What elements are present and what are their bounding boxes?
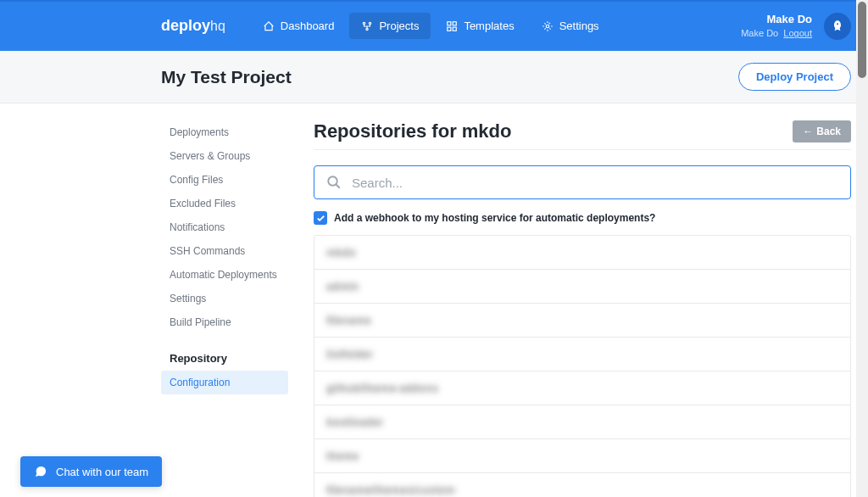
user-org: Make Do — [741, 28, 778, 38]
svg-point-0 — [364, 22, 365, 24]
svg-rect-4 — [453, 22, 457, 25]
svg-point-2 — [366, 28, 368, 30]
arrow-left-icon: ← — [803, 126, 813, 137]
templates-icon — [446, 20, 458, 32]
sidebar-item-configuration[interactable]: Configuration — [161, 371, 288, 394]
svg-rect-3 — [448, 22, 451, 25]
sidebar-item-ssh-commands[interactable]: SSH Commands — [161, 239, 288, 263]
check-icon — [316, 214, 326, 223]
rocket-icon — [831, 20, 844, 33]
repo-row[interactable]: filename/themes/custom — [314, 473, 850, 497]
main-nav: Dashboard Projects Templates Settings — [251, 13, 741, 39]
repo-row[interactable]: filename — [314, 304, 850, 338]
subheader: My Test Project Deploy Project — [0, 51, 868, 103]
sidebar: Deployments Servers & Groups Config File… — [161, 120, 288, 497]
sidebar-heading-repository: Repository — [161, 346, 288, 371]
logo-suffix: hq — [210, 19, 225, 34]
deploy-project-button[interactable]: Deploy Project — [738, 63, 851, 91]
content: Repositories for mkdo ← Back Add a webho… — [314, 120, 851, 497]
main: Deployments Servers & Groups Config File… — [0, 103, 868, 497]
svg-point-1 — [370, 22, 371, 24]
nav-dashboard[interactable]: Dashboard — [251, 13, 347, 39]
repo-row[interactable]: bootloader — [314, 405, 850, 439]
back-label: Back — [816, 126, 841, 137]
sidebar-item-notifications[interactable]: Notifications — [161, 215, 288, 239]
nav-label: Dashboard — [281, 20, 335, 32]
search-field[interactable] — [314, 165, 851, 199]
nav-label: Settings — [559, 20, 599, 32]
nav-templates[interactable]: Templates — [434, 13, 526, 39]
topbar: deployhq Dashboard Projects Templates — [0, 0, 868, 51]
repo-row[interactable]: mkdo — [314, 236, 850, 270]
svg-point-9 — [328, 176, 337, 186]
user-name: Make Do — [741, 12, 812, 27]
sidebar-item-config-files[interactable]: Config Files — [161, 168, 288, 192]
sidebar-item-deployments[interactable]: Deployments — [161, 120, 288, 144]
scrollbar[interactable] — [856, 0, 868, 497]
svg-point-8 — [837, 23, 838, 25]
search-input[interactable] — [352, 176, 838, 190]
nav-projects[interactable]: Projects — [349, 13, 431, 39]
sidebar-item-build-pipeline[interactable]: Build Pipeline — [161, 310, 288, 334]
avatar[interactable] — [824, 13, 851, 40]
divider — [314, 149, 851, 150]
webhook-label: Add a webhook to my hosting service for … — [334, 212, 655, 224]
sidebar-item-automatic-deployments[interactable]: Automatic Deployments — [161, 263, 288, 287]
back-button[interactable]: ← Back — [793, 120, 851, 142]
sidebar-item-excluded-files[interactable]: Excluded Files — [161, 192, 288, 215]
sidebar-item-settings[interactable]: Settings — [161, 287, 288, 310]
project-title: My Test Project — [161, 67, 292, 87]
svg-rect-5 — [448, 27, 451, 31]
gear-icon — [542, 20, 554, 32]
logo[interactable]: deployhq — [161, 17, 225, 35]
repo-row[interactable]: theme — [314, 439, 850, 473]
projects-icon — [361, 20, 373, 32]
repo-row[interactable]: admin — [314, 270, 850, 304]
logout-link[interactable]: Logout — [783, 28, 812, 38]
topbar-user-area: Make Do Make Do Logout — [741, 12, 851, 41]
chat-label: Chat with our team — [56, 466, 148, 478]
chat-widget[interactable]: Chat with our team — [20, 456, 162, 487]
content-title: Repositories for mkdo — [314, 120, 511, 142]
logo-prefix: deploy — [161, 17, 210, 35]
scrollbar-thumb[interactable] — [858, 2, 866, 78]
sidebar-item-servers-groups[interactable]: Servers & Groups — [161, 144, 288, 168]
webhook-row: Add a webhook to my hosting service for … — [314, 211, 851, 225]
repo-row[interactable]: listfolder — [314, 338, 850, 371]
repo-list: mkdo admin filename listfolder github/th… — [314, 235, 851, 497]
svg-point-7 — [546, 25, 549, 28]
repo-row[interactable]: github/theme-addons — [314, 371, 850, 405]
webhook-checkbox[interactable] — [314, 211, 327, 225]
nav-settings[interactable]: Settings — [530, 13, 611, 39]
home-icon — [263, 20, 275, 32]
nav-label: Templates — [464, 20, 514, 32]
chat-icon — [34, 465, 47, 478]
nav-label: Projects — [379, 20, 419, 32]
search-icon — [326, 175, 342, 190]
svg-rect-6 — [453, 27, 457, 31]
